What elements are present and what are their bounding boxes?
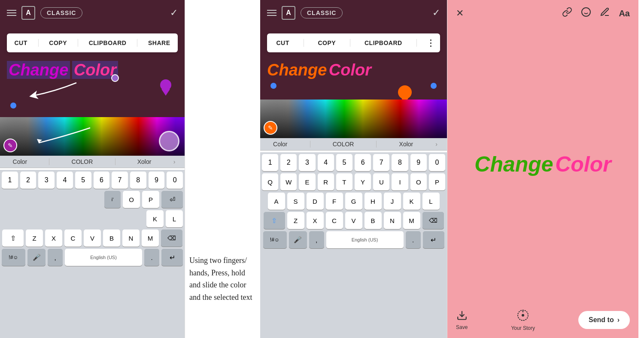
key-8-2[interactable]: 8 <box>392 154 408 171</box>
eyedropper-btn-2[interactable]: ✎ <box>264 121 277 135</box>
key-P-1[interactable]: P <box>142 191 159 208</box>
suggestion-xolor-1[interactable]: Xolor <box>134 157 155 166</box>
hamburger-icon-1[interactable] <box>7 10 16 16</box>
link-icon[interactable] <box>562 7 572 20</box>
key-9-2[interactable]: 9 <box>410 154 427 171</box>
key-P-2[interactable]: P <box>429 173 445 190</box>
period-key-2[interactable]: . <box>406 231 421 248</box>
key-C-2[interactable]: C <box>326 212 343 229</box>
suggestion-color-2[interactable]: Color <box>270 140 291 148</box>
period-key-1[interactable]: . <box>144 249 159 266</box>
key-X-2[interactable]: X <box>307 212 324 229</box>
key-Z-1[interactable]: Z <box>26 229 43 247</box>
clipboard-button-2[interactable]: CLIPBOARD <box>360 38 407 48</box>
key-4-1[interactable]: 4 <box>57 172 73 189</box>
key-L-1[interactable]: L <box>166 210 183 227</box>
key-4-2[interactable]: 4 <box>318 154 334 171</box>
eyedropper-btn-1[interactable]: ✎ <box>3 139 17 152</box>
copy-button-1[interactable]: COPY <box>45 38 71 48</box>
key-R-2[interactable]: R <box>318 173 334 190</box>
font-badge-2[interactable]: A <box>282 6 295 20</box>
shift-key-2[interactable]: ⇧ <box>264 212 285 229</box>
key-9-1[interactable]: 9 <box>149 172 165 189</box>
key-B-2[interactable]: B <box>365 212 382 229</box>
key-O-1[interactable]: O <box>123 191 140 208</box>
key-W-2[interactable]: W <box>280 173 297 190</box>
key-V-2[interactable]: V <box>345 212 362 229</box>
suggestion-COLOR-2[interactable]: COLOR <box>329 140 358 148</box>
key-return-1[interactable]: ⏎ <box>161 191 183 208</box>
text-icon[interactable]: Aa <box>619 9 630 18</box>
key-X-1[interactable]: X <box>45 229 62 247</box>
copy-button-2[interactable]: COPY <box>314 38 340 48</box>
space-key-1[interactable]: English (US) <box>65 249 142 266</box>
key-7-1[interactable]: 7 <box>112 172 128 189</box>
key-6-1[interactable]: 6 <box>94 172 110 189</box>
more-button-2[interactable]: ⋮ <box>426 38 435 48</box>
key-6-2[interactable]: 6 <box>355 154 371 171</box>
key-T-2[interactable]: T <box>336 173 352 190</box>
key-J-2[interactable]: J <box>384 193 401 210</box>
classic-badge-2[interactable]: CLASSIC <box>301 7 343 18</box>
delete-key-1[interactable]: ⌫ <box>161 229 182 247</box>
key-Q-2[interactable]: Q <box>262 173 278 190</box>
key-B-1[interactable]: B <box>103 229 120 247</box>
suggestion-color-1[interactable]: Color <box>9 157 30 166</box>
key-2-1[interactable]: 2 <box>20 172 36 189</box>
key-5-1[interactable]: 5 <box>75 172 91 189</box>
key-N-2[interactable]: N <box>384 212 401 229</box>
key-M-1[interactable]: M <box>142 229 159 247</box>
key-M-2[interactable]: M <box>403 212 420 229</box>
key-U-2[interactable]: U <box>373 173 389 190</box>
key-5-2[interactable]: 5 <box>336 154 352 171</box>
cut-button-1[interactable]: CUT <box>10 38 31 48</box>
enter-key-2[interactable]: ↵ <box>423 231 444 248</box>
key-H-2[interactable]: H <box>365 193 382 210</box>
key-A-2[interactable]: A <box>268 193 285 210</box>
key-0-1[interactable]: 0 <box>167 172 183 189</box>
clipboard-button-1[interactable]: CLIPBOARD <box>85 38 131 48</box>
close-icon[interactable]: ✕ <box>456 8 464 19</box>
comma-key-1[interactable]: , <box>48 249 63 266</box>
color-picker-2[interactable]: ✎ <box>260 100 447 138</box>
font-badge-1[interactable]: A <box>21 6 35 20</box>
key-i-sub-1[interactable]: i' <box>104 191 121 208</box>
key-S-2[interactable]: S <box>287 193 304 210</box>
save-action[interactable]: Save <box>456 310 468 330</box>
check-icon-1[interactable]: ✓ <box>170 7 178 18</box>
key-1-1[interactable]: 1 <box>2 172 18 189</box>
classic-badge-1[interactable]: CLASSIC <box>40 7 82 18</box>
send-to-button[interactable]: Send to › <box>578 311 630 329</box>
key-7-2[interactable]: 7 <box>373 154 389 171</box>
key-1-2[interactable]: 1 <box>262 154 278 171</box>
key-3-2[interactable]: 3 <box>299 154 315 171</box>
suggestion-COLOR-1[interactable]: COLOR <box>68 157 97 166</box>
color-circle-1[interactable] <box>159 131 179 151</box>
key-L-2[interactable]: L <box>422 193 440 210</box>
your-story-action[interactable]: Your Story <box>511 309 535 331</box>
key-I-2[interactable]: I <box>392 173 408 190</box>
key-F-2[interactable]: F <box>326 193 343 210</box>
key-2-2[interactable]: 2 <box>280 154 297 171</box>
key-V-1[interactable]: V <box>84 229 101 247</box>
hamburger-icon-2[interactable] <box>267 10 276 16</box>
emoji-key-2[interactable]: !#☺ <box>263 231 287 248</box>
key-K-1[interactable]: K <box>146 210 164 227</box>
key-Z-2[interactable]: Z <box>287 212 304 229</box>
key-3-1[interactable]: 3 <box>38 172 55 189</box>
share-button-1[interactable]: SHARE <box>144 38 175 48</box>
key-G-2[interactable]: G <box>345 193 362 210</box>
key-0-2[interactable]: 0 <box>429 154 445 171</box>
key-E-2[interactable]: E <box>299 173 315 190</box>
key-Y-2[interactable]: Y <box>355 173 371 190</box>
comma-key-2[interactable]: , <box>309 231 324 248</box>
emoji-key-1[interactable]: !#☺ <box>2 249 25 266</box>
color-picker-1[interactable]: ✎ <box>0 117 185 156</box>
key-N-1[interactable]: N <box>122 229 140 247</box>
key-8-1[interactable]: 8 <box>130 172 146 189</box>
enter-key-1[interactable]: ↵ <box>161 249 183 266</box>
key-O-2[interactable]: O <box>410 173 427 190</box>
check-icon-2[interactable]: ✓ <box>432 7 440 18</box>
mic-key-2[interactable]: 🎤 <box>289 231 307 248</box>
suggestion-xolor-2[interactable]: Xolor <box>396 140 417 148</box>
